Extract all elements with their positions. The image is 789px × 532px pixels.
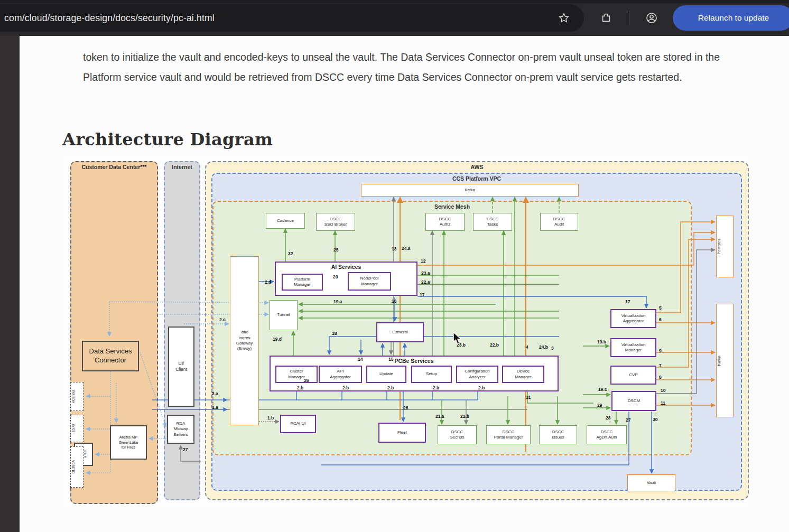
node-api-aggregator: API Aggregator — [319, 366, 362, 383]
edge-label-19.b-38: 19.b — [597, 339, 606, 344]
edge-label-2.b-25: 2.b — [478, 385, 485, 390]
body-paragraph: token to initialize the vault and encode… — [83, 47, 757, 88]
edge-label-15-19: 15 — [388, 357, 393, 362]
toolbar-divider — [629, 11, 629, 25]
node-update-label: Update — [367, 371, 405, 377]
node-update: Update — [366, 366, 406, 383]
edge-label-21.a-33: 21.a — [435, 414, 444, 419]
edge-label-19.a-10: 19.a — [333, 299, 342, 304]
page-content: token to initialize the vault and encode… — [20, 36, 789, 532]
node-cluster-manager: Cluster Manager — [275, 366, 318, 383]
node-postgres: Postgres — [716, 216, 734, 277]
edge-label-22.a-8: 22.a — [421, 279, 430, 285]
zone-aws-label: AWS — [206, 164, 748, 170]
profile-icon[interactable] — [643, 10, 660, 26]
address-bar[interactable]: com/cloud/storage-design/docs/security/p… — [0, 4, 584, 32]
node-fleet-label: Fleet — [379, 430, 425, 435]
node-dscc-agent-auth: DSCC Agent Auth — [587, 425, 627, 444]
node-data-services-connector-label: Data Services Connector — [83, 347, 138, 365]
edge-label-2.a-15: 2.a — [212, 391, 218, 396]
node-ezmeral-label: Ezmeral — [377, 330, 423, 335]
node-dscc-secrets: DSCC Secrets — [438, 425, 477, 444]
zone-customer-data-center-label: Customer Data Center*** — [71, 164, 157, 170]
node-ui-client-label: UI/ Client — [169, 361, 193, 372]
edge-label-19.d-13: 19.d — [273, 337, 282, 342]
node-nodepool-manager-label: NodePool Manager — [349, 276, 390, 287]
bookmark-star-icon[interactable] — [555, 10, 572, 26]
edge-label-2.b-24: 2.b — [433, 385, 439, 390]
node-setup: Setup — [411, 366, 452, 383]
node-dl380a-label: DL380A — [71, 460, 83, 473]
node-configuration-analyzer: Configuration Analyzer — [456, 366, 498, 383]
mouse-cursor — [452, 332, 465, 348]
node-virtualization-manager-label: Virtualization Manager — [611, 342, 655, 353]
edge-label-29-44: 29 — [597, 403, 602, 408]
edge-label-19.c-42: 19.c — [598, 387, 607, 392]
node-dscc-tasks: DSCC Tasks — [473, 213, 512, 231]
edge-label-27-49: 27 — [183, 447, 188, 452]
node-esxi: ESXi — [70, 415, 83, 442]
edge-label-11-45: 11 — [661, 400, 665, 406]
edge-label-1.b-17: 1.b — [267, 415, 274, 421]
edge-label-4-29: 4 — [526, 344, 528, 350]
browser-toolbar: com/cloud/storage-design/docs/security/p… — [0, 0, 789, 36]
edge-label-1.a-16: 1.a — [212, 405, 218, 410]
node-postgres-label: Postgres — [717, 239, 733, 255]
relaunch-to-update-button[interactable]: Relaunch to update — [673, 5, 789, 31]
node-dl380a: DL380A — [70, 446, 83, 488]
node-esxi-label: ESXi — [71, 424, 83, 433]
edge-label-28-46: 28 — [606, 415, 610, 421]
node-dscc-issues-label: DSCC Issues — [540, 430, 577, 441]
node-virtualization-manager: Virtualization Manager — [610, 338, 656, 357]
page-title: Architecture Diagram — [62, 129, 273, 150]
node-vcenter-label: vCenter — [71, 390, 83, 403]
node-alletra-mp-greenlake-label: Alletra MP GreenLake for Files — [111, 435, 146, 450]
node-cadence-label: Cadence — [266, 218, 304, 223]
node-vault: Vault — [627, 474, 675, 491]
edge-label-2.b-22: 2.b — [342, 385, 349, 390]
node-virtualization-aggregator-label: Virtualization Aggregator — [611, 313, 655, 324]
node-configuration-analyzer-label: Configuration Analyzer — [457, 369, 497, 380]
zone-ccs-platform-vpc-label: CCS Platform VPC — [212, 175, 741, 182]
edge-label-26-20: 26 — [304, 378, 309, 383]
edge-label-22.b-28: 22.b — [490, 342, 499, 348]
edge-label-17-9: 17 — [420, 292, 424, 297]
node-vcenter: vCenter — [70, 382, 83, 411]
node-dscc-audit: DSCC Audit — [540, 213, 578, 231]
edge-label-16-11: 16 — [392, 298, 396, 304]
node-dscc-tasks-label: DSCC Tasks — [474, 217, 512, 228]
edge-label-9-39: 9 — [659, 348, 662, 353]
url-text[interactable]: com/cloud/storage-design/docs/security/p… — [4, 13, 215, 24]
node-virtualization-aggregator: Virtualization Aggregator — [610, 309, 656, 328]
edge-label-24.b-30: 24.b — [539, 344, 548, 350]
node-cadence: Cadence — [266, 213, 305, 229]
edge-label-2.b-21: 2.b — [297, 385, 303, 390]
extensions-icon[interactable] — [598, 10, 615, 26]
edge-label-13-2: 13 — [392, 246, 396, 251]
node-dscc-sso-broker-label: DSCC SSO Broker — [317, 217, 355, 228]
edge-label-27-47: 27 — [626, 417, 630, 423]
toolbar-top-edge — [0, 0, 789, 3]
node-ui-client: UI/ Client — [168, 326, 194, 407]
node-kafka-top: Kafka — [361, 184, 579, 197]
node-dscc-issues: DSCC Issues — [539, 425, 577, 444]
edge-label-21.b-34: 21.b — [460, 414, 469, 419]
node-cvp: CVP — [610, 366, 656, 385]
edge-label-14-18: 14 — [358, 357, 363, 362]
edge-label-32-0: 32 — [288, 251, 293, 256]
diagram: Customer Data Center***InternetAWSCCS Pl… — [62, 156, 749, 508]
node-kafka-right-label: Kafka — [717, 356, 733, 366]
edge-label-30-48: 30 — [653, 417, 657, 422]
node-tunnel-label: Tunnel — [270, 312, 297, 318]
node-cluster-manager-label: Cluster Manager — [276, 369, 317, 380]
edge-label-8-41: 8 — [659, 375, 662, 380]
node-dscc-portal-manager-label: DSCC Portal Manager — [487, 430, 530, 441]
edge-label-18-12: 18 — [332, 331, 337, 336]
node-dscc-authz-label: DSCC Authz — [426, 217, 464, 228]
node-dscc-portal-manager: DSCC Portal Manager — [486, 425, 531, 444]
edge-label-20-6: 20 — [333, 274, 338, 279]
edge-label-7-40: 7 — [659, 363, 662, 368]
node-ai-services-label: AI Services — [276, 264, 416, 271]
node-nodepool-manager: NodePool Manager — [348, 272, 391, 291]
node-data-services-connector: Data Services Connector — [82, 341, 139, 371]
